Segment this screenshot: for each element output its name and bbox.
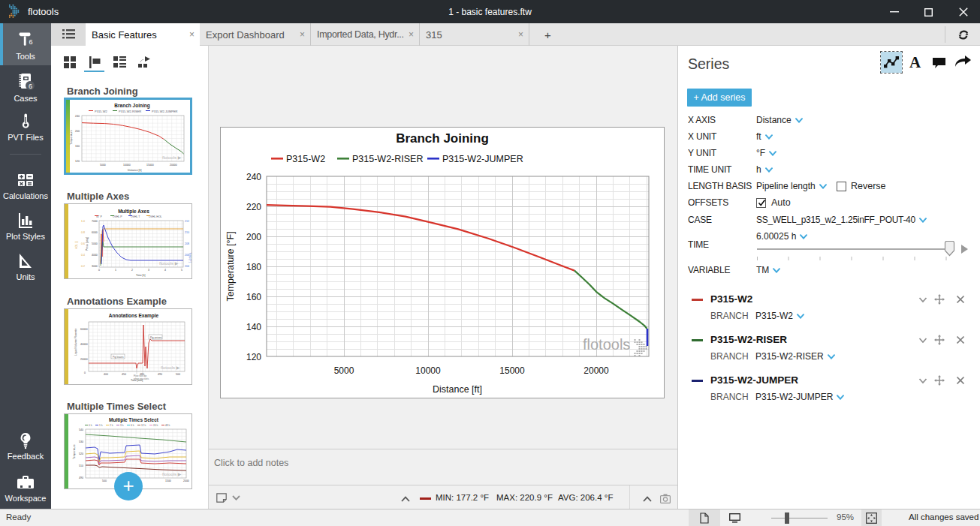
svg-text:flotools ▶: flotools ▶ [162, 155, 182, 160]
svg-text:520: 520 [79, 452, 83, 455]
svg-text:200: 200 [75, 130, 80, 133]
svg-text:2 h: 2 h [110, 424, 113, 427]
svg-text:500: 500 [176, 373, 180, 376]
svg-text:120: 120 [246, 352, 261, 362]
svg-text:450: 450 [122, 373, 126, 376]
svg-text:Temperature [°F]: Temperature [°F] [225, 231, 236, 301]
svg-text:4: 4 [164, 269, 166, 272]
svg-text:0.2: 0.2 [81, 265, 85, 268]
svg-text:1: 1 [115, 269, 116, 272]
svg-text:Branch Joining: Branch Joining [114, 103, 149, 109]
svg-text:OVHL P: OVHL P [113, 215, 122, 218]
svg-text:flotools: flotools [583, 336, 630, 353]
svg-text:Annotations Example: Annotations Example [109, 313, 159, 319]
svg-text:flotools ▶: flotools ▶ [159, 261, 179, 266]
svg-text:48 h: 48 h [165, 424, 170, 427]
svg-text:12 h: 12 h [141, 424, 146, 427]
svg-text:24 h: 24 h [153, 424, 158, 427]
svg-text:Distance [ft]: Distance [ft] [128, 169, 142, 172]
svg-text:5000: 5000 [100, 164, 106, 167]
svg-text:0 h: 0 h [89, 424, 92, 427]
svg-text:120: 120 [75, 160, 80, 163]
svg-text:60000: 60000 [80, 328, 88, 331]
svg-text:Branch Joining: Branch Joining [396, 131, 489, 146]
svg-text:Time [h]: Time [h] [136, 274, 146, 277]
svg-text:400: 400 [104, 373, 108, 376]
svg-text:160: 160 [246, 292, 261, 302]
svg-text:20000: 20000 [170, 164, 177, 167]
svg-text:3000: 3000 [92, 265, 98, 268]
svg-text:160: 160 [75, 145, 80, 148]
svg-text:6: 6 [29, 38, 33, 46]
svg-text:490: 490 [158, 373, 162, 376]
svg-text:Pig arrives: Pig arrives [150, 336, 161, 339]
svg-text:Pig leaves: Pig leaves [113, 356, 124, 359]
svg-text:40000: 40000 [80, 343, 88, 346]
svg-text:5: 5 [181, 269, 182, 272]
svg-text:208: 208 [185, 242, 189, 245]
svg-text:OVHL HOL: OVHL HOL [149, 215, 162, 218]
svg-text:220: 220 [246, 202, 261, 212]
svg-text:15000: 15000 [146, 164, 154, 167]
svg-text:Multiple Axes: Multiple Axes [118, 209, 149, 215]
svg-text:P315-W2-JUMPER: P315-W2-JUMPER [442, 154, 523, 164]
svg-text:0.4: 0.4 [81, 254, 85, 257]
svg-text:0: 0 [98, 269, 100, 272]
svg-text:10000: 10000 [123, 164, 131, 167]
svg-text:0: 0 [84, 371, 86, 374]
svg-text:15000: 15000 [499, 365, 525, 376]
svg-text:1500: 1500 [165, 479, 171, 482]
svg-text:20000: 20000 [80, 358, 88, 361]
svg-text:204: 204 [185, 265, 189, 268]
svg-text:Multiple Times Select: Multiple Times Select [109, 417, 159, 423]
svg-text:10000: 10000 [415, 365, 441, 376]
svg-text:P315-W2-RISER: P315-W2-RISER [352, 154, 423, 164]
svg-text:flotools ▶: flotools ▶ [162, 472, 182, 476]
svg-text:1 h: 1 h [99, 424, 103, 427]
svg-text:3: 3 [148, 269, 149, 272]
svg-text:500: 500 [102, 479, 107, 482]
svg-text:212: 212 [185, 220, 189, 223]
svg-text:5000: 5000 [334, 365, 354, 376]
svg-text:P315-W2: P315-W2 [95, 110, 107, 113]
svg-text:P315-W2: P315-W2 [286, 154, 325, 164]
svg-text:Temperature: Temperature [73, 444, 76, 459]
svg-text:200: 200 [246, 232, 261, 242]
svg-text:P315-W2-JUMPER: P315-W2-JUMPER [152, 110, 178, 113]
svg-text:3 h: 3 h [120, 424, 124, 427]
svg-text:6000: 6000 [92, 231, 98, 234]
svg-text:240: 240 [246, 172, 261, 182]
svg-text:1.0: 1.0 [81, 220, 85, 223]
svg-text:2: 2 [131, 269, 133, 272]
svg-text:flotools ▶: flotools ▶ [161, 365, 180, 370]
svg-text:4000: 4000 [92, 254, 98, 257]
svg-text:Temp [F]: Temp [F] [188, 252, 191, 263]
svg-text:20000: 20000 [583, 365, 609, 376]
svg-text:when pig starts: when pig starts [134, 377, 149, 380]
svg-text:P315-W2-RISER: P315-W2-RISER [119, 110, 141, 113]
svg-text:Temperature: Temperature [70, 130, 73, 145]
svg-text:0.8: 0.8 [81, 231, 85, 234]
svg-text:2000: 2000 [183, 479, 189, 482]
svg-text:540: 540 [79, 428, 83, 431]
svg-text:Distance [ft]: Distance [ft] [433, 384, 482, 395]
svg-text:240: 240 [75, 115, 80, 118]
svg-text:6: 6 [29, 83, 32, 90]
svg-text:510: 510 [79, 464, 83, 467]
svg-text:0.6: 0.6 [81, 242, 85, 245]
svg-text:6 h: 6 h [131, 424, 134, 427]
svg-text:180: 180 [246, 262, 261, 272]
svg-text:210: 210 [185, 231, 189, 234]
svg-text:140: 140 [246, 322, 261, 332]
svg-text:Press [psig]: Press [psig] [86, 237, 89, 251]
svg-text:Liquid Volume Flowrate: Liquid Volume Flowrate [74, 329, 77, 356]
svg-text:490: 490 [79, 476, 83, 479]
svg-text:HOL [-]: HOL [-] [75, 241, 78, 249]
svg-text:530: 530 [79, 440, 83, 443]
svg-text:5000: 5000 [92, 242, 98, 245]
svg-text:7000: 7000 [92, 220, 98, 223]
